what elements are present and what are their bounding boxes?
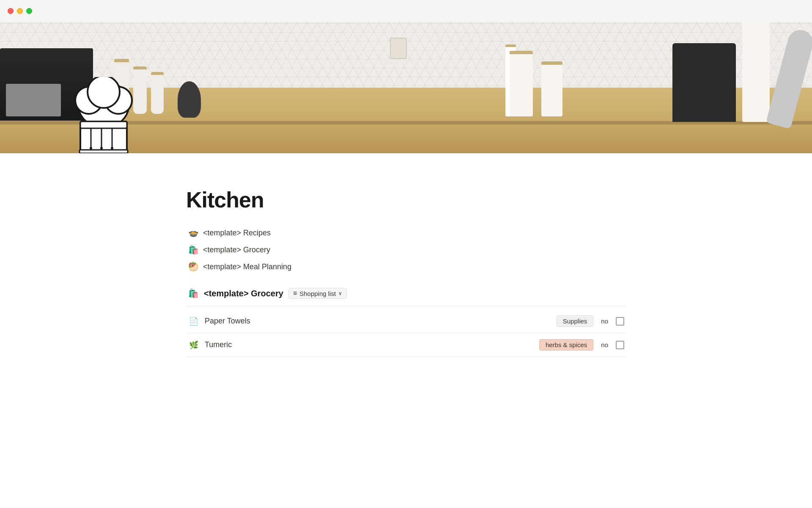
meal-planning-link-text: <template> Meal Planning <box>203 262 291 271</box>
active-grocery-icon: 🛍️ <box>188 288 199 298</box>
template-link-meal-planning[interactable]: 🥙 <template> Meal Planning <box>186 259 626 274</box>
svg-point-10 <box>100 147 103 149</box>
table-row: 🌿 Tumeric herbs & spices no <box>186 333 626 357</box>
page-content: Kitchen 🍲 <template> Recipes 🛍️ <templat… <box>110 153 702 357</box>
close-button[interactable] <box>8 8 14 14</box>
window-chrome <box>0 0 812 22</box>
appliance-bowl <box>6 84 61 117</box>
mortar <box>178 81 201 118</box>
page-title: Kitchen <box>186 187 626 213</box>
outlet <box>390 38 407 59</box>
grocery-icon: 🛍️ <box>188 245 199 255</box>
shopping-list-table: 📄 Paper Towels Supplies no 🌿 Tumeric her… <box>186 309 626 357</box>
divider <box>186 306 626 306</box>
active-template-text: <template> Grocery <box>204 289 283 298</box>
chef-hat-icon <box>68 77 140 153</box>
tumeric-icon: 🌿 <box>188 340 200 350</box>
template-links: 🍲 <template> Recipes 🛍️ <template> Groce… <box>186 225 626 274</box>
chef-hat-container <box>68 77 144 153</box>
recipes-icon: 🍲 <box>188 228 199 238</box>
active-template-row[interactable]: 🛍️ <template> Grocery ≡ Shopping list ∨ <box>186 284 626 302</box>
table-row: 📄 Paper Towels Supplies no <box>186 309 626 333</box>
view-label: Shopping list <box>299 290 336 297</box>
grocery-link-text: <template> Grocery <box>203 246 270 254</box>
coffee-machine <box>672 43 736 122</box>
ceramic-canister-1 <box>510 51 533 116</box>
page-wrapper: Kitchen 🍲 <template> Recipes 🛍️ <templat… <box>0 0 812 357</box>
tumeric-checkbox[interactable] <box>616 341 624 349</box>
minimize-button[interactable] <box>17 8 23 14</box>
paper-towels-checkbox[interactable] <box>616 317 624 326</box>
paper-towels-name: Paper Towels <box>205 317 551 326</box>
paper-towels-actions: Supplies no <box>557 315 624 327</box>
page-title-area: Kitchen <box>186 153 626 225</box>
paper-towels-icon: 📄 <box>188 317 200 326</box>
paper-towel-roll <box>742 22 770 122</box>
view-icon: ≡ <box>293 290 297 297</box>
template-link-recipes[interactable]: 🍲 <template> Recipes <box>186 225 626 240</box>
paper-towels-status: no <box>598 316 612 326</box>
template-link-grocery[interactable]: 🛍️ <template> Grocery <box>186 242 626 257</box>
hero-image <box>0 22 812 153</box>
chevron-down-icon: ∨ <box>338 290 342 296</box>
ceramic-canister-2 <box>541 61 562 116</box>
view-selector[interactable]: ≡ Shopping list ∨ <box>288 288 347 299</box>
tumeric-tag[interactable]: herbs & spices <box>539 339 593 351</box>
meal-planning-icon: 🥙 <box>188 262 199 272</box>
svg-point-3 <box>88 77 120 108</box>
svg-point-9 <box>90 147 92 149</box>
recipes-link-text: <template> Recipes <box>203 229 271 237</box>
paper-towels-tag[interactable]: Supplies <box>557 315 594 327</box>
tumeric-actions: herbs & spices no <box>539 339 624 351</box>
tumeric-name: Tumeric <box>205 340 534 349</box>
svg-point-11 <box>111 147 113 149</box>
svg-rect-5 <box>80 121 127 128</box>
maximize-button[interactable] <box>26 8 32 14</box>
svg-rect-12 <box>80 150 128 153</box>
ceramic-bottle-3 <box>151 72 164 114</box>
tumeric-status: no <box>598 340 612 350</box>
